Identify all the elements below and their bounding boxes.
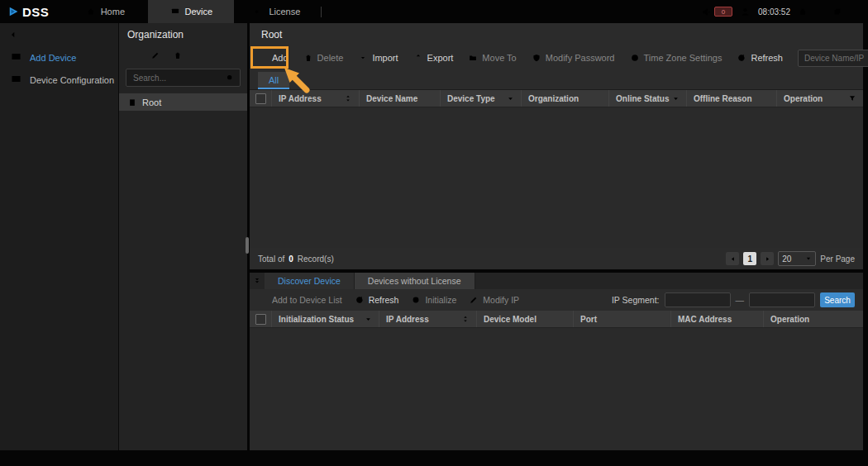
dss-app: DSS Home Device License 0 08:03:52 — [0, 0, 868, 466]
ip-search-button[interactable]: Search — [820, 292, 855, 307]
discover-table-body — [250, 328, 863, 450]
device-configuration-icon — [10, 74, 22, 86]
time-zone-settings-button[interactable]: Time Zone Settings — [630, 53, 723, 63]
restore-button[interactable] — [832, 7, 842, 17]
close-button[interactable] — [850, 7, 860, 17]
delete-icon — [303, 53, 313, 63]
tab-devices-without-license[interactable]: Devices without License — [355, 273, 475, 289]
move-to-button[interactable]: Move To — [468, 53, 516, 63]
tab-discover-device[interactable]: Discover Device — [265, 273, 355, 289]
prev-page-button[interactable] — [726, 252, 739, 265]
refresh-button[interactable]: Refresh — [737, 53, 783, 63]
org-delete-button[interactable] — [173, 50, 183, 60]
import-button[interactable]: Import — [358, 53, 398, 63]
titlebar-tabs: Home Device License — [62, 0, 322, 23]
records-label: Record(s) — [298, 254, 334, 264]
column-device-model: Device Model — [476, 311, 573, 327]
back-button[interactable] — [0, 23, 118, 46]
modify-ip-icon — [469, 295, 479, 305]
initialize-button[interactable]: Initialize — [411, 295, 456, 305]
column-device-name: Device Name — [359, 90, 440, 107]
modify-ip-button[interactable]: Modify IP — [469, 295, 519, 305]
alarm-sound-button[interactable]: 0 — [701, 7, 732, 17]
organization-icon — [127, 97, 137, 107]
discover-tab-bar: Discover Device Devices without License — [250, 273, 863, 289]
tab-home-label: Home — [101, 7, 125, 17]
annotation-arrow — [283, 66, 311, 94]
org-edit-button[interactable] — [150, 50, 160, 60]
modify-password-label: Modify Password — [546, 53, 615, 63]
org-search-icon[interactable] — [226, 74, 235, 83]
dss-logo: DSS — [0, 5, 62, 19]
ip-segment-label: IP Segment: — [612, 295, 660, 305]
column-device-type[interactable]: Device Type — [440, 90, 521, 107]
device-icon — [170, 7, 180, 17]
device-table-body — [250, 107, 863, 248]
panel-resize-handle[interactable] — [246, 237, 249, 254]
org-search-input[interactable] — [131, 73, 226, 83]
tab-home[interactable]: Home — [62, 0, 148, 23]
sort-icon[interactable] — [344, 94, 352, 102]
discover-refresh-button[interactable]: Refresh — [355, 295, 399, 305]
discover-select-all-checkbox[interactable] — [255, 314, 266, 325]
ip-segment-end-input[interactable] — [749, 292, 815, 307]
column-operation[interactable]: Operation — [776, 90, 863, 107]
pagination: 1 20 Per Page — [726, 251, 855, 266]
tab-license[interactable]: License — [234, 0, 320, 23]
collapse-panel-button[interactable] — [250, 273, 265, 289]
ip-range-separator: — — [736, 295, 745, 305]
discover-select-all-cell — [250, 311, 271, 327]
discover-table-header: Initialization Status IP Address Device … — [250, 311, 863, 328]
organization-title: Organization — [119, 23, 247, 46]
org-add-button[interactable] — [128, 50, 138, 60]
delete-button[interactable]: Delete — [303, 53, 344, 63]
select-all-checkbox[interactable] — [255, 93, 266, 104]
organization-search-box — [126, 69, 241, 87]
ip-segment-group: IP Segment: — Search — [612, 292, 855, 307]
time-zone-icon — [630, 53, 640, 63]
tab-license-label: License — [269, 7, 300, 17]
chevron-down-icon[interactable] — [507, 95, 514, 102]
export-button[interactable]: Export — [413, 53, 454, 63]
filter-icon[interactable] — [848, 94, 856, 102]
sidebar-item-device-configuration[interactable]: Device Configuration — [0, 69, 118, 91]
home-icon — [86, 7, 96, 17]
tab-device[interactable]: Device — [148, 0, 234, 23]
import-icon — [358, 53, 368, 63]
chevron-down-icon[interactable] — [672, 95, 680, 102]
device-panel-title: Root — [250, 23, 863, 46]
export-icon — [413, 53, 423, 63]
sidebar-item-add-device[interactable]: Add Device — [0, 46, 118, 69]
modify-password-button[interactable]: Modify Password — [532, 53, 615, 63]
tab-all-label: All — [269, 75, 279, 85]
caret-right-icon — [764, 255, 771, 263]
lock-icon[interactable] — [798, 7, 808, 17]
dss-logo-icon — [8, 6, 20, 17]
device-search-box — [798, 50, 868, 67]
column-initialization-status[interactable]: Initialization Status — [271, 311, 379, 327]
import-label: Import — [372, 53, 398, 63]
caret-left-icon — [729, 255, 737, 263]
ip-segment-start-input[interactable] — [665, 292, 731, 307]
organization-panel: Organization Root — [118, 23, 247, 450]
add-to-device-list-button[interactable]: Add to Device List — [258, 295, 342, 305]
license-icon — [254, 7, 264, 17]
device-table-footer: Total of 0 Record(s) 1 20 Per Page — [250, 248, 863, 269]
page-size-select[interactable]: 20 — [778, 251, 816, 266]
column-online-status[interactable]: Online Status — [608, 90, 686, 107]
total-count: 0 — [289, 254, 293, 264]
device-search-input[interactable] — [803, 53, 868, 64]
chevron-down-icon[interactable] — [365, 316, 372, 323]
organization-toolbar — [119, 46, 247, 64]
refresh-icon — [355, 295, 365, 305]
minimize-button[interactable] — [815, 7, 825, 17]
alarm-count-badge: 0 — [714, 7, 732, 17]
column-offline-reason: Offline Reason — [686, 90, 776, 107]
next-page-button[interactable] — [761, 252, 774, 265]
per-page-label: Per Page — [820, 254, 855, 264]
column-discover-ip-address[interactable]: IP Address — [379, 311, 476, 327]
sort-icon[interactable] — [461, 315, 470, 323]
tree-node-root[interactable]: Root — [119, 93, 247, 111]
user-icon[interactable] — [740, 7, 751, 17]
current-page[interactable]: 1 — [743, 252, 756, 265]
